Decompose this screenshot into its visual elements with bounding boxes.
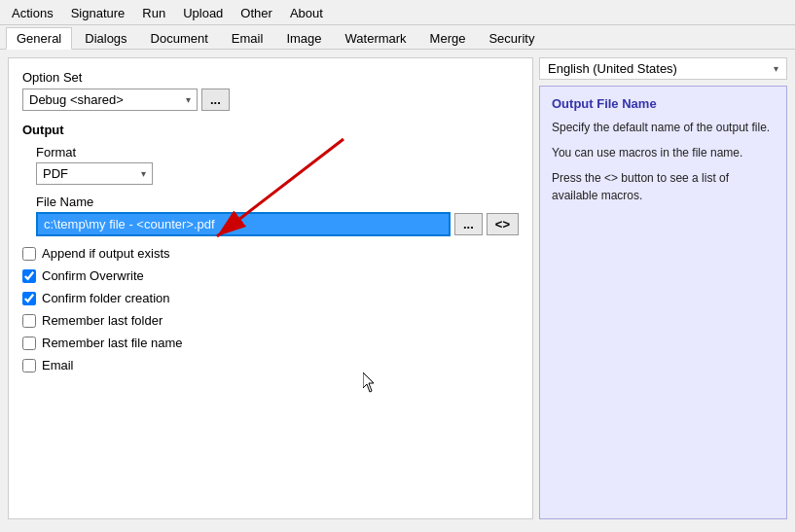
format-chevron-icon: ▾ (141, 168, 146, 179)
format-label: Format (36, 145, 519, 160)
checkbox-append-if-output-exists: Append if output exists (22, 246, 519, 261)
remember-last-file-name-checkbox[interactable] (22, 337, 36, 350)
tab-security[interactable]: Security (478, 27, 545, 49)
menu-run[interactable]: Run (136, 4, 171, 22)
confirm-overwrite-checkbox[interactable] (22, 269, 36, 283)
remember-last-folder-label[interactable]: Remember last folder (42, 313, 163, 328)
output-subsection: Format PDF ▾ File Name ... <> (36, 145, 519, 236)
filename-row: ... <> (36, 212, 519, 236)
append-if-output-exists-label[interactable]: Append if output exists (42, 246, 170, 261)
filename-macro-button[interactable]: <> (487, 213, 519, 235)
format-value: PDF (43, 166, 68, 181)
tab-dialogs[interactable]: Dialogs (74, 27, 137, 49)
format-select[interactable]: PDF ▾ (36, 162, 153, 185)
file-name-label: File Name (36, 195, 519, 209)
checkbox-remember-last-file-name: Remember last file name (22, 336, 519, 350)
confirm-folder-creation-label[interactable]: Confirm folder creation (42, 291, 170, 305)
tab-merge[interactable]: Merge (419, 27, 477, 49)
filename-dots-button[interactable]: ... (454, 213, 483, 235)
language-chevron-icon: ▾ (774, 63, 778, 74)
left-panel: Option Set Debug <shared> ▾ ... Output F… (8, 57, 533, 519)
help-text-1: Specify the default name of the output f… (552, 119, 775, 136)
checkbox-email: Email (22, 358, 519, 372)
checkbox-remember-last-folder: Remember last folder (22, 313, 519, 328)
option-set-value: Debug <shared> (29, 92, 124, 107)
svg-marker-2 (363, 372, 374, 392)
output-label: Output (22, 123, 519, 137)
help-box: Output File Name Specify the default nam… (539, 86, 787, 519)
tab-document[interactable]: Document (140, 27, 219, 49)
menu-other[interactable]: Other (235, 4, 278, 22)
format-row: PDF ▾ (36, 162, 519, 185)
email-checkbox[interactable] (22, 359, 36, 372)
checkbox-confirm-folder-creation: Confirm folder creation (22, 291, 519, 305)
append-if-output-exists-checkbox[interactable] (22, 247, 36, 261)
main-layout: Option Set Debug <shared> ▾ ... Output F… (0, 50, 795, 527)
menu-bar: Actions Signature Run Upload Other About (0, 0, 795, 25)
remember-last-folder-checkbox[interactable] (22, 314, 36, 328)
filename-input[interactable] (36, 212, 451, 236)
right-panel: English (United States) ▾ Output File Na… (539, 57, 787, 519)
tab-watermark[interactable]: Watermark (335, 27, 417, 49)
tab-email[interactable]: Email (221, 27, 274, 49)
option-set-select[interactable]: Debug <shared> ▾ (22, 89, 198, 111)
option-set-label: Option Set (22, 70, 519, 85)
language-dropdown[interactable]: English (United States) ▾ (539, 57, 787, 80)
menu-actions[interactable]: Actions (6, 4, 59, 22)
remember-last-file-name-label[interactable]: Remember last file name (42, 336, 183, 350)
help-text-3: Press the <> button to see a list of ava… (552, 169, 775, 204)
chevron-down-icon: ▾ (186, 94, 191, 105)
cursor-icon (363, 372, 379, 394)
tab-bar: General Dialogs Document Email Image Wat… (0, 25, 795, 50)
option-set-row: Debug <shared> ▾ ... (22, 89, 519, 111)
menu-signature[interactable]: Signature (65, 4, 131, 22)
help-title: Output File Name (552, 96, 775, 111)
checkbox-confirm-overwrite: Confirm Overwrite (22, 268, 519, 283)
menu-upload[interactable]: Upload (177, 4, 229, 22)
menu-about[interactable]: About (284, 4, 329, 22)
help-text-2: You can use macros in the file name. (552, 144, 775, 161)
tab-image[interactable]: Image (275, 27, 332, 49)
tab-general[interactable]: General (6, 27, 72, 50)
language-value: English (United States) (548, 61, 677, 76)
option-set-dots-button[interactable]: ... (201, 89, 230, 111)
checkboxes-container: Append if output exists Confirm Overwrit… (22, 246, 519, 372)
confirm-overwrite-label[interactable]: Confirm Overwrite (42, 268, 144, 283)
email-label[interactable]: Email (42, 358, 74, 372)
confirm-folder-creation-checkbox[interactable] (22, 292, 36, 305)
